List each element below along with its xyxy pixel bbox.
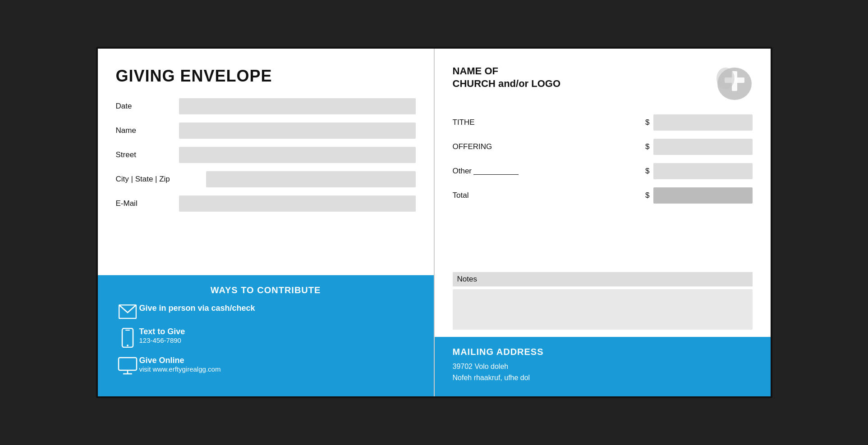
- ways-text-cash: Give in person via cash/check: [139, 304, 416, 313]
- ways-item-text: Text to Give 123-456-7890: [116, 327, 416, 348]
- monitor-icon: [116, 357, 139, 375]
- church-name-line2: CHURCH and/or LOGO: [453, 77, 705, 90]
- ways-main-text: Text to Give: [139, 327, 416, 336]
- tithe-input[interactable]: [653, 114, 753, 131]
- svg-rect-2: [125, 330, 130, 331]
- other-label: Other: [453, 167, 646, 176]
- city-label: City | State | Zip: [116, 175, 206, 184]
- offering-dollar: $: [645, 142, 649, 151]
- date-label: Date: [116, 102, 179, 111]
- notes-label: Notes: [453, 272, 753, 286]
- phone-icon: [116, 328, 139, 348]
- form-section: Date Name Street City | State | Zip E-Ma…: [116, 98, 416, 266]
- ways-box: WAYS TO CONTRIBUTE Give in person via ca…: [98, 275, 434, 396]
- form-row-date: Date: [116, 98, 416, 114]
- giving-row-other: Other $: [453, 163, 753, 179]
- ways-sub-text: 123-456-7890: [139, 336, 416, 344]
- offering-input[interactable]: [653, 139, 753, 155]
- tithe-label: TITHE: [453, 118, 646, 127]
- mailing-addr-line1: 39702 Volo doleh: [453, 361, 753, 372]
- other-input[interactable]: [653, 163, 753, 179]
- total-input[interactable]: [653, 187, 753, 204]
- street-label: Street: [116, 150, 179, 159]
- giving-row-total: Total $: [453, 187, 753, 204]
- tithe-dollar: $: [645, 118, 649, 127]
- notes-section: Notes: [453, 272, 753, 330]
- right-panel: NAME OF CHURCH and/or LOGO TITHE: [435, 49, 771, 396]
- mailing-title: MAILING ADDRESS: [453, 347, 753, 357]
- name-label: Name: [116, 126, 179, 135]
- ways-text-online: Give Online visit www.erftygirealgg.com: [139, 356, 416, 373]
- left-panel: GIVING ENVELOPE Date Name Street City | …: [98, 49, 434, 396]
- ways-main-online: Give Online: [139, 356, 416, 365]
- form-row-street: Street: [116, 147, 416, 163]
- ways-sub-online: visit www.erftygirealgg.com: [139, 365, 416, 373]
- svg-point-10: [716, 68, 735, 89]
- envelope-icon: [116, 304, 139, 319]
- street-input[interactable]: [179, 147, 416, 163]
- date-input[interactable]: [179, 98, 416, 114]
- name-input[interactable]: [179, 123, 416, 139]
- other-underline: [473, 174, 519, 175]
- offering-label: OFFERING: [453, 142, 646, 151]
- ways-item-online: Give Online visit www.erftygirealgg.com: [116, 356, 416, 375]
- church-name-line1: NAME OF: [453, 65, 705, 77]
- ways-title: WAYS TO CONTRIBUTE: [116, 285, 416, 295]
- giving-row-tithe: TITHE $: [453, 114, 753, 131]
- form-row-name: Name: [116, 123, 416, 139]
- giving-rows: TITHE $ OFFERING $ Other $ Total: [453, 114, 753, 272]
- svg-point-3: [127, 345, 129, 346]
- form-row-email: E-Mail: [116, 195, 416, 212]
- ways-item-cash: Give in person via cash/check: [116, 304, 416, 319]
- right-header: NAME OF CHURCH and/or LOGO: [453, 65, 753, 101]
- email-label: E-Mail: [116, 199, 179, 208]
- other-dollar: $: [645, 167, 649, 176]
- total-dollar: $: [645, 191, 649, 200]
- svg-rect-1: [122, 328, 133, 347]
- total-label: Total: [453, 191, 646, 200]
- mailing-box: MAILING ADDRESS 39702 Volo doleh Nofeh r…: [435, 337, 771, 396]
- envelope-card: GIVING ENVELOPE Date Name Street City | …: [96, 47, 772, 398]
- church-name: NAME OF CHURCH and/or LOGO: [453, 65, 705, 90]
- ways-text-textgive: Text to Give 123-456-7890: [139, 327, 416, 344]
- church-logo: [712, 65, 753, 101]
- city-input[interactable]: [206, 171, 416, 187]
- ways-main-cash: Give in person via cash/check: [139, 304, 416, 313]
- main-title: GIVING ENVELOPE: [116, 67, 416, 86]
- email-input[interactable]: [179, 195, 416, 212]
- notes-area[interactable]: [453, 289, 753, 330]
- svg-rect-4: [119, 358, 137, 370]
- giving-row-offering: OFFERING $: [453, 139, 753, 155]
- mailing-addr-line2: Nofeh rhaakruf, ufhe dol: [453, 372, 753, 384]
- other-text: Other: [453, 167, 472, 176]
- form-row-city: City | State | Zip: [116, 171, 416, 187]
